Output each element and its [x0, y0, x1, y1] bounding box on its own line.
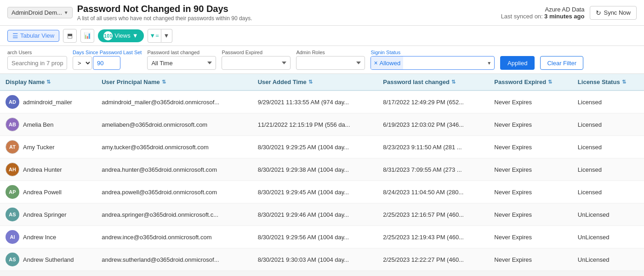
table-icon: ☰ — [12, 32, 18, 39]
cell-password-changed: 2/25/2023 12:16:57 PM (460... — [377, 203, 489, 226]
days-operator-select[interactable]: > — [73, 56, 92, 70]
filter-bar: arch Users Days Since Password Last Set … — [0, 46, 644, 74]
cell-user-added-time: 9/29/2021 11:33:55 AM (974 day... — [252, 90, 378, 113]
sync-now-button[interactable]: ↻ Sync Now — [590, 6, 637, 20]
table-row[interactable]: AHAndrea Hunterandrea.hunter@o365droid.o… — [0, 158, 644, 181]
table-row[interactable]: ASAndrew Sutherlandandrew.sutherland@o36… — [0, 248, 644, 271]
filter-icon: ▼= — [149, 32, 159, 39]
table-row[interactable]: ASAndrea Springerandrea.springer@o365dro… — [0, 203, 644, 226]
table-row[interactable]: ATAmy Tuckeramy.tucker@o365droid.onmicro… — [0, 136, 644, 158]
cell-upn: andrea.powell@o365droid.onmicrosoft.com — [96, 181, 252, 203]
avatar: AS — [6, 208, 19, 221]
signin-tag-remove-button[interactable]: × — [374, 60, 377, 66]
cell-password-expired: Never Expires — [489, 248, 572, 271]
cell-display-name: ASAndrew Sutherland — [0, 248, 96, 271]
cell-license-status: Licensed — [572, 113, 644, 136]
search-input[interactable] — [7, 56, 67, 70]
sort-icon[interactable]: ⇅ — [46, 79, 51, 85]
cell-user-added-time: 8/30/2021 9:29:38 AM (1004 day... — [252, 158, 378, 181]
user-display-name: Andrea Powell — [23, 189, 62, 196]
cell-password-expired: Never Expires — [489, 113, 572, 136]
clear-filter-button[interactable]: Clear Filter — [540, 56, 583, 70]
days-filter-group: Days Since Password Last Set > — [73, 50, 142, 70]
signin-tag-value: Allowed — [380, 60, 401, 67]
page-subtitle: A list of all users who have not changed… — [77, 15, 252, 22]
col-password-expired: Password Expired ⇅ — [489, 74, 572, 90]
signin-status-input[interactable] — [403, 56, 484, 69]
signin-status-tag: × Allowed — [371, 56, 403, 69]
cell-upn: andrea.hunter@o365droid.onmicrosoft.com — [96, 158, 252, 181]
signin-status-label: Signin Status — [370, 50, 495, 55]
user-display-name: admindroid_mailer — [23, 99, 72, 106]
toolbar: ☰ Tabular View ⬒ 📊 101 Views ▼ ▼= ▼ — [0, 26, 644, 46]
user-display-name: Amelia Ben — [23, 121, 53, 128]
signin-chevron-icon[interactable]: ▼ — [484, 61, 494, 66]
password-expired-select[interactable] — [222, 56, 291, 70]
filter-btn-group: ▼= ▼ — [148, 29, 172, 43]
cell-user-added-time: 8/30/2021 9:29:56 AM (1004 day... — [252, 226, 378, 248]
filter-button[interactable]: ▼= — [148, 29, 161, 43]
cell-password-changed: 2/25/2023 12:22:27 PM (460... — [377, 248, 489, 271]
sort-icon[interactable]: ⇅ — [451, 79, 456, 85]
sort-icon[interactable]: ⇅ — [308, 79, 313, 85]
cell-license-status: UnLicensed — [572, 203, 644, 226]
cell-user-added-time: 8/30/2021 9:29:46 AM (1004 day... — [252, 203, 378, 226]
admin-roles-select[interactable] — [296, 56, 365, 70]
user-display-name: Andrea Hunter — [23, 166, 62, 173]
days-value-input[interactable] — [93, 56, 120, 70]
tenant-name: AdminDroid Dem... — [11, 9, 62, 16]
tenant-selector[interactable]: AdminDroid Dem... ▼ — [7, 7, 73, 18]
cell-display-name: ABAmelia Ben — [0, 113, 96, 136]
cell-password-expired: Never Expires — [489, 203, 572, 226]
password-changed-select[interactable]: All Time — [147, 56, 216, 70]
cell-display-name: APAndrea Powell — [0, 181, 96, 203]
cell-password-changed: 8/31/2023 7:09:55 AM (273 ... — [377, 158, 489, 181]
cell-user-added-time: 8/30/2021 9:29:45 AM (1004 day... — [252, 181, 378, 203]
cell-password-changed: 8/17/2022 12:49:29 PM (652... — [377, 90, 489, 113]
col-upn: User Principal Name ⇅ — [96, 74, 252, 90]
tabular-view-tab[interactable]: ☰ Tabular View — [7, 30, 59, 42]
avatar: AT — [6, 140, 19, 154]
filter-dropdown-button[interactable]: ▼ — [161, 29, 172, 43]
azure-label: Azure AD Data — [501, 6, 585, 13]
table-row[interactable]: ABAmelia Benameliaben@o365droid.onmicros… — [0, 113, 644, 136]
sync-icon: ↻ — [596, 9, 601, 17]
sort-icon[interactable]: ⇅ — [162, 79, 166, 85]
col-password-changed: Password last changed ⇅ — [377, 74, 489, 90]
sort-icon[interactable]: ⇅ — [622, 79, 626, 85]
cell-license-status: Licensed — [572, 136, 644, 158]
chevron-down-icon: ▼ — [164, 32, 170, 39]
days-filter-label: Days Since Password Last Set — [73, 50, 142, 55]
table-row[interactable]: APAndrea Powellandrea.powell@o365droid.o… — [0, 181, 644, 203]
cell-license-status: Licensed — [572, 90, 644, 113]
avatar: AP — [6, 185, 19, 199]
user-display-name: Andrew Sutherland — [23, 256, 74, 263]
page-title: Password Not Changed in 90 Days — [77, 4, 252, 14]
table-header-row: Display Name ⇅ User Principal Name ⇅ Use… — [0, 74, 644, 90]
applied-button[interactable]: Applied — [500, 56, 535, 70]
cell-display-name: ASAndrea Springer — [0, 203, 96, 226]
table-row[interactable]: AIAndrew Inceandrew.ince@o365droid.onmic… — [0, 226, 644, 248]
top-bar: AdminDroid Dem... ▼ Password Not Changed… — [0, 0, 644, 26]
chevron-down-icon: ▼ — [132, 32, 138, 39]
user-display-name: Amy Tucker — [23, 144, 55, 151]
cell-user-added-time: 8/30/2021 9:29:25 AM (1004 day... — [252, 136, 378, 158]
export-button[interactable]: ⬒ — [63, 29, 77, 43]
top-right: Azure AD Data Last synced on: 3 minutes … — [501, 6, 637, 20]
cell-upn: andrew.sutherland@o365droid.onmicrosof..… — [96, 248, 252, 271]
cell-upn: andrea.springer@o365droid.onmicrosoft.c.… — [96, 203, 252, 226]
password-expired-label: Password Expired — [222, 50, 291, 55]
signin-status-wrapper: × Allowed ▼ — [370, 56, 495, 70]
views-button[interactable]: 101 Views ▼ — [98, 29, 143, 42]
avatar: AH — [6, 163, 19, 176]
sort-icon[interactable]: ⇅ — [548, 79, 552, 85]
col-license-status: License Status ⇅ — [572, 74, 644, 90]
cell-upn: admindroid_mailer@o365droid.onmicrosof..… — [96, 90, 252, 113]
chart-button[interactable]: 📊 — [80, 29, 94, 43]
table-row[interactable]: ADadmindroid_maileradmindroid_mailer@o36… — [0, 90, 644, 113]
avatar: AI — [6, 230, 19, 244]
signin-status-filter-group: Signin Status × Allowed ▼ — [370, 50, 495, 70]
cell-user-added-time: 11/21/2022 12:15:19 PM (556 da... — [252, 113, 378, 136]
cell-license-status: Licensed — [572, 181, 644, 203]
user-display-name: Andrew Ince — [23, 234, 56, 241]
